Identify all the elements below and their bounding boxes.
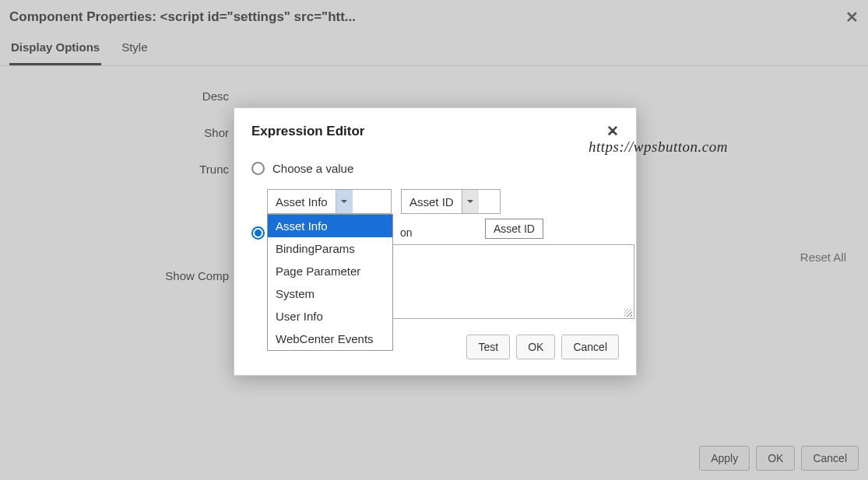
panel-header: Component Properties: <script id="settin… <box>0 0 868 33</box>
modal-title: Expression Editor <box>251 124 364 139</box>
label-truncate: Trunc <box>9 163 243 176</box>
tab-display-options[interactable]: Display Options <box>9 33 101 65</box>
close-icon[interactable]: ✕ <box>845 8 859 26</box>
dropdown-item-bindingparams[interactable]: BindingParams <box>268 237 392 260</box>
choose-value-label: Choose a value <box>272 162 353 175</box>
category-dropdown: Asset Info BindingParams Page Parameter … <box>267 214 393 351</box>
reset-all-link[interactable]: Reset All <box>800 251 846 264</box>
test-button[interactable]: Test <box>466 335 510 359</box>
radio-type-expression[interactable] <box>251 226 265 240</box>
select-value[interactable]: Asset ID <box>401 189 501 214</box>
label-description: Desc <box>9 89 243 103</box>
tab-style[interactable]: Style <box>120 33 149 65</box>
dropdown-item-user-info[interactable]: User Info <box>268 305 392 328</box>
modal-header: Expression Editor ✕ <box>251 122 619 140</box>
apply-button[interactable]: Apply <box>699 446 750 471</box>
watermark-text: https://wpsbutton.com <box>589 138 728 156</box>
cancel-button[interactable]: Cancel <box>801 446 859 471</box>
dropdown-item-webcenter-events[interactable]: WebCenter Events <box>268 328 392 350</box>
expression-editor-modal: Expression Editor ✕ Choose a value Asset… <box>234 107 637 376</box>
select-value-text: Asset ID <box>402 195 462 208</box>
tooltip-asset-id: Asset ID <box>485 219 543 239</box>
modal-close-icon[interactable]: ✕ <box>606 122 619 140</box>
panel-footer-buttons: Apply OK Cancel <box>699 446 859 471</box>
dropdown-item-system[interactable]: System <box>268 282 392 305</box>
label-show-component: Show Comp <box>9 269 243 282</box>
choose-value-row: Choose a value <box>251 162 619 175</box>
panel-title: Component Properties: <script id="settin… <box>9 9 356 25</box>
dropdown-item-asset-info[interactable]: Asset Info <box>268 215 392 237</box>
modal-ok-button[interactable]: OK <box>516 335 555 359</box>
dropdown-item-page-parameter[interactable]: Page Parameter <box>268 260 392 282</box>
chevron-down-icon <box>336 190 353 213</box>
chevron-down-icon <box>462 190 479 213</box>
tab-bar: Display Options Style <box>0 33 868 66</box>
label-short-desc: Shor <box>9 126 243 139</box>
radio-choose-value[interactable] <box>251 162 265 175</box>
selects-row: Asset Info Asset ID Asset Info BindingPa… <box>267 189 619 214</box>
select-category-value: Asset Info <box>268 195 336 208</box>
type-expression-label-fragment: on <box>400 226 413 239</box>
ok-button[interactable]: OK <box>756 446 795 471</box>
select-category[interactable]: Asset Info <box>267 189 392 214</box>
modal-cancel-button[interactable]: Cancel <box>561 335 619 359</box>
